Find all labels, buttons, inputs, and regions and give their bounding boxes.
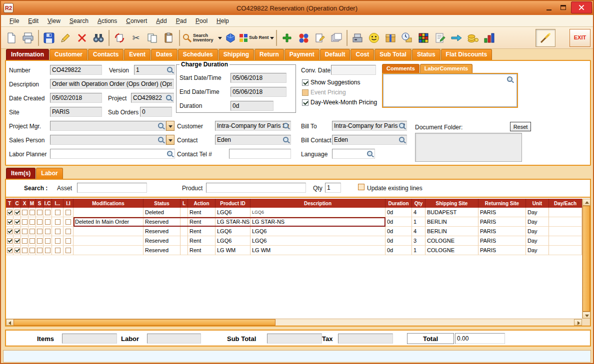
row-checkbox[interactable] — [30, 219, 35, 225]
description-field[interactable] — [50, 79, 174, 89]
note-edit-button[interactable] — [312, 29, 328, 47]
row-checkbox[interactable] — [30, 238, 35, 244]
conv-date-field[interactable] — [331, 65, 376, 75]
bill-contact-search-icon[interactable] — [398, 136, 406, 144]
items-total-field[interactable] — [62, 334, 117, 344]
maximize-button[interactable] — [557, 2, 569, 12]
vertical-scroll-thumb[interactable] — [582, 206, 590, 312]
exit-button[interactable]: EXIT — [570, 29, 590, 47]
scroll-up-button[interactable] — [582, 199, 590, 206]
paste-clipboard-button[interactable] — [161, 29, 177, 47]
table-row[interactable]: ReservedRentLGQ6LGQ60d4BERLINPARISDay — [6, 227, 582, 236]
column-header-l[interactable]: L — [180, 199, 188, 208]
show-suggestions-checkbox[interactable]: Show Suggestions — [302, 79, 360, 86]
bill-to-search-icon[interactable] — [398, 122, 406, 130]
tab-customer[interactable]: Customer — [50, 49, 88, 60]
column-header-x[interactable]: X — [21, 199, 28, 208]
group-balls-button[interactable] — [296, 29, 312, 47]
row-checkbox[interactable] — [14, 210, 20, 215]
row-checkbox[interactable] — [55, 219, 60, 225]
table-row[interactable]: Deleted In Main OrderReservedRentLG STAR… — [6, 217, 582, 227]
end-date-field[interactable] — [230, 87, 286, 97]
row-checkbox[interactable] — [45, 238, 50, 244]
search-inventory-button[interactable]: Search Inventory — [182, 29, 222, 47]
contact-field[interactable] — [215, 135, 291, 145]
row-checkbox[interactable] — [55, 229, 60, 234]
column-header-duration[interactable]: Duration — [386, 199, 412, 208]
column-header-qty[interactable]: Qty — [412, 199, 426, 208]
labor-planner-search-icon[interactable] — [166, 150, 174, 158]
menu-add[interactable]: Add — [152, 16, 171, 26]
horizontal-scroll-thumb[interactable] — [14, 319, 276, 326]
tab-schedules[interactable]: Schedules — [178, 49, 218, 60]
smiley-button[interactable] — [366, 29, 382, 47]
event-pricing-box-icon[interactable] — [302, 89, 308, 96]
tab-shipping[interactable]: Shipping — [218, 49, 254, 60]
row-checkbox[interactable] — [55, 238, 60, 244]
language-search-icon[interactable] — [366, 150, 374, 158]
row-checkbox[interactable] — [45, 248, 50, 253]
column-header-product-id[interactable]: Product ID — [216, 199, 250, 208]
table-row[interactable]: ReservedRentLG WMLG WM0d1COLOGNEPARISDay — [6, 246, 582, 255]
labor-planner-field[interactable] — [50, 149, 175, 159]
tab-dates[interactable]: Dates — [151, 49, 178, 60]
new-document-button[interactable] — [4, 29, 20, 47]
row-checkbox[interactable] — [22, 238, 28, 244]
row-checkbox[interactable] — [7, 248, 12, 253]
inventory-cube-button[interactable] — [222, 29, 238, 47]
product-input[interactable] — [206, 183, 306, 193]
row-checkbox[interactable] — [66, 238, 71, 244]
menu-pool[interactable]: Pool — [191, 16, 212, 26]
row-checkbox[interactable] — [22, 210, 28, 215]
duration-field[interactable] — [230, 101, 274, 111]
menu-actions[interactable]: Actions — [93, 16, 122, 26]
row-checkbox[interactable] — [22, 229, 28, 234]
site-printer-button[interactable] — [350, 29, 366, 47]
add-plus-button[interactable] — [279, 29, 295, 47]
tab-comments[interactable]: Comments — [382, 64, 420, 73]
tab-return[interactable]: Return — [254, 49, 284, 60]
save-button[interactable] — [41, 29, 57, 47]
sub-orders-field[interactable] — [140, 107, 172, 117]
sub-rent-button[interactable]: Sub Rent — [239, 29, 274, 47]
notepad-edit-button[interactable] — [432, 29, 448, 47]
project-mgr-dropdown-button[interactable] — [166, 121, 174, 131]
row-checkbox[interactable] — [37, 248, 42, 253]
row-checkbox[interactable] — [22, 219, 28, 225]
close-button[interactable] — [571, 1, 592, 13]
contact-tel-field[interactable] — [229, 149, 291, 159]
table-row[interactable]: DeletedRentLGQ6LGQ60d4BUDAPESTPARISDay — [6, 208, 582, 217]
update-lines-checkbox[interactable] — [358, 184, 364, 190]
column-header-description[interactable]: Description — [250, 199, 386, 208]
column-header-i-[interactable]: I... — [52, 199, 64, 208]
row-checkbox[interactable] — [14, 229, 20, 234]
horizontal-scrollbar[interactable] — [6, 319, 582, 326]
sales-person-dropdown-button[interactable] — [166, 135, 174, 145]
scroll-down-button[interactable] — [582, 312, 590, 319]
menu-help[interactable]: Help — [212, 16, 234, 26]
sales-person-field[interactable] — [50, 135, 166, 145]
table-row[interactable]: ReservedRentLGQ6LGQ60d3COLOGNEPARISDay — [6, 236, 582, 246]
tab-information[interactable]: Information — [6, 49, 49, 60]
customer-field[interactable] — [215, 121, 291, 131]
tax-field[interactable] — [338, 334, 393, 344]
copy-pages-button[interactable] — [144, 29, 160, 47]
minimize-button[interactable] — [543, 2, 555, 12]
row-checkbox[interactable] — [14, 238, 20, 244]
row-checkbox[interactable] — [22, 248, 28, 253]
row-checkbox[interactable] — [14, 248, 20, 253]
day-week-month-checkbox[interactable]: Day-Week-Month Pricing — [302, 99, 377, 106]
row-checkbox[interactable] — [7, 238, 12, 244]
tab-event[interactable]: Event — [124, 49, 150, 60]
tab-status[interactable]: Status — [412, 49, 440, 60]
document-folder-box[interactable] — [415, 133, 522, 162]
time-clock-button[interactable] — [399, 29, 415, 47]
row-checkbox[interactable] — [37, 210, 42, 215]
row-checkbox[interactable] — [66, 248, 71, 253]
column-header-status[interactable]: Status — [144, 199, 180, 208]
tab-labor[interactable]: Labor — [36, 168, 62, 179]
row-checkbox[interactable] — [37, 229, 42, 234]
rubiks-cube-button[interactable] — [416, 29, 432, 47]
column-header-returning-site[interactable]: Returning Site — [478, 199, 526, 208]
menu-convert[interactable]: Convert — [122, 16, 152, 26]
